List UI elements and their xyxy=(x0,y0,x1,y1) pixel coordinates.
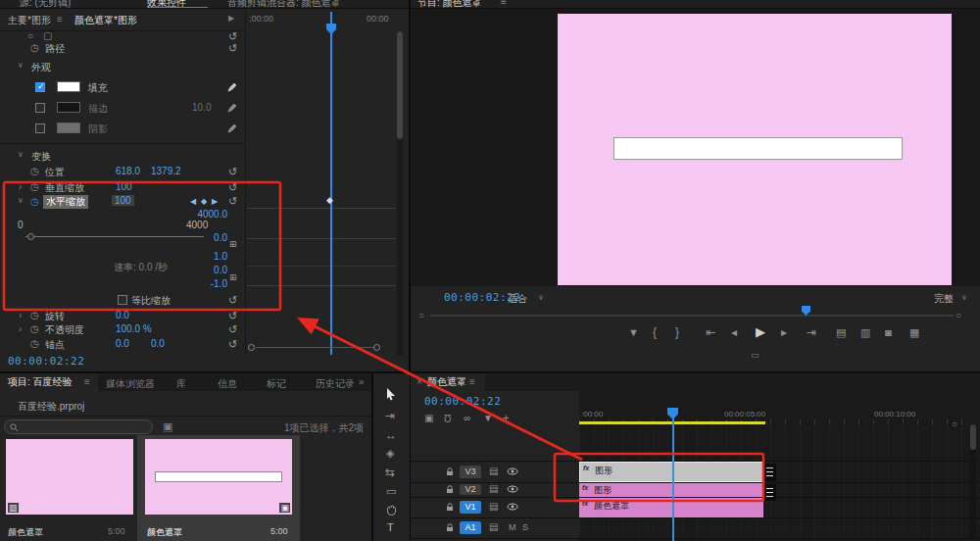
hand-tool[interactable] xyxy=(385,504,398,516)
timeline-timecode[interactable]: 00:00:02:22 xyxy=(424,395,501,408)
graph-min-value[interactable]: 0.0 xyxy=(188,232,227,243)
reset-icon[interactable]: ↺ xyxy=(228,310,237,322)
ec-zoom-handle-right[interactable] xyxy=(373,344,380,351)
go-to-out-button[interactable]: ⇥ xyxy=(807,325,816,339)
track-lock-icon[interactable] xyxy=(446,485,454,494)
extract-button[interactable]: ▥ xyxy=(860,326,870,339)
stroke-width-value[interactable]: 10.0 xyxy=(192,102,211,113)
eyedropper-icon[interactable] xyxy=(227,102,238,113)
ec-playhead-handle[interactable] xyxy=(326,24,336,34)
prop-shadow-label[interactable]: 阴影 xyxy=(88,123,108,136)
collapse-timeline-icon[interactable]: ▶ xyxy=(228,14,234,23)
source-patch-icon[interactable]: ▤ xyxy=(489,501,498,512)
chevron-right-icon[interactable]: › xyxy=(19,310,22,320)
project-item-name[interactable]: 颜色遮罩 xyxy=(8,526,43,539)
stopwatch-icon[interactable]: ◷ xyxy=(30,338,39,349)
hscale-value[interactable]: 100 xyxy=(112,195,134,206)
reset-icon[interactable]: ↺ xyxy=(228,195,237,208)
button-editor-button[interactable]: ▭ xyxy=(751,350,760,360)
add-keyframe-icon[interactable]: ◆ xyxy=(201,197,207,206)
master-clip-label[interactable]: 主要*图形 xyxy=(8,14,51,27)
stopwatch-icon[interactable]: ◷ xyxy=(30,181,39,192)
hscale-slider-handle[interactable] xyxy=(27,233,34,240)
reset-icon[interactable]: ↺ xyxy=(228,338,237,351)
prev-keyframe-icon[interactable]: ◀ xyxy=(190,197,196,206)
prop-anchor-label[interactable]: 锚点 xyxy=(45,338,65,352)
tab-sequence[interactable]: × 颜色遮罩 ≡ xyxy=(411,373,485,391)
add-marker-button[interactable]: ▼ xyxy=(628,326,639,338)
chevron-down-icon[interactable]: ∨ xyxy=(18,61,24,70)
timeline-zoom-handle[interactable]: ○ xyxy=(952,418,957,429)
tab-history[interactable]: 历史记录 xyxy=(316,377,355,391)
chevron-down-icon[interactable]: ∨ xyxy=(961,293,967,302)
linked-selection-icon[interactable]: ∞ xyxy=(464,413,470,423)
mark-in-button[interactable]: { xyxy=(653,325,657,339)
tab-source[interactable]: 源: (无剪辑) xyxy=(20,0,71,9)
prop-position-label[interactable]: 位置 xyxy=(45,166,65,179)
graph-expand-icon[interactable]: ⊞ xyxy=(229,239,237,249)
chevron-down-icon[interactable]: ∨ xyxy=(538,293,544,302)
track-select-tool[interactable]: ⇥ xyxy=(385,409,395,422)
clip-v2-graphic[interactable]: fx 图形 xyxy=(579,483,763,497)
track-lock-icon[interactable] xyxy=(446,467,454,476)
timeline-settings-icon[interactable]: + xyxy=(503,412,509,423)
zoom-level-select[interactable]: 适合 xyxy=(508,292,527,306)
tab-project[interactable]: 项目: 百度经验 ≡ xyxy=(0,373,98,391)
graph-max-value[interactable]: 4000.0 xyxy=(188,209,227,220)
ellipse-shape-icon[interactable]: ○ xyxy=(27,30,33,41)
project-item-name[interactable]: 颜色遮罩 xyxy=(147,526,182,539)
clip-trim-handle[interactable] xyxy=(763,484,776,501)
chevron-right-icon[interactable]: › xyxy=(19,181,22,192)
rect-shape-icon[interactable]: ▢ xyxy=(43,30,52,41)
comparison-view-button[interactable]: ▦ xyxy=(909,326,919,339)
mark-out-button[interactable]: } xyxy=(675,325,679,339)
razor-tool[interactable]: ◈ xyxy=(386,447,394,460)
uniform-scale-label[interactable]: 等比缩放 xyxy=(131,294,171,308)
type-tool[interactable]: T xyxy=(387,521,394,533)
clip-v1-color-matte[interactable]: fx 颜色遮罩 xyxy=(579,498,763,517)
position-y-value[interactable]: 1379.2 xyxy=(151,166,181,176)
ec-zoom-track[interactable] xyxy=(256,347,373,348)
prop-hscale-label[interactable]: 水平缩放 xyxy=(43,195,88,209)
source-patch-icon[interactable]: ▤ xyxy=(489,483,498,494)
ec-scrollbar-handle[interactable] xyxy=(397,31,403,139)
tab-media-browser[interactable]: 媒体浏览器 xyxy=(106,377,155,391)
mute-button[interactable]: M xyxy=(509,522,516,532)
stopwatch-icon[interactable]: ◷ xyxy=(30,166,39,176)
solo-button[interactable]: S xyxy=(522,522,528,532)
prop-stroke-label[interactable]: 描边 xyxy=(88,102,108,116)
snap-magnet-icon[interactable]: Ω xyxy=(444,413,451,423)
anchor-y-value[interactable]: 0.0 xyxy=(151,338,165,349)
track-v2-label[interactable]: V2 xyxy=(460,484,481,495)
graph-expand-icon[interactable]: ⊞ xyxy=(229,272,237,282)
prop-opacity-label[interactable]: 不透明度 xyxy=(45,323,84,337)
selection-tool[interactable] xyxy=(385,387,397,401)
source-patch-icon[interactable]: ▤ xyxy=(489,466,498,476)
track-output-eye-icon[interactable] xyxy=(507,503,518,511)
track-v3-label[interactable]: V3 xyxy=(460,466,481,478)
playback-resolution-select[interactable]: 完整 xyxy=(934,292,954,306)
fill-color-swatch[interactable] xyxy=(57,81,80,92)
hscale-slider-track[interactable] xyxy=(25,236,204,237)
tab-program-monitor[interactable]: 节目: 颜色遮罩 xyxy=(417,0,482,9)
step-back-button[interactable]: ◂ xyxy=(731,325,737,339)
eyedropper-icon[interactable] xyxy=(227,81,238,92)
project-item-thumbnail-selected[interactable]: ▣ xyxy=(145,439,292,515)
close-icon[interactable]: × xyxy=(416,373,422,391)
timeline-scrollbar-handle[interactable] xyxy=(970,424,976,450)
group-appearance-label[interactable]: 外观 xyxy=(31,61,51,74)
tab-overflow-icon[interactable]: » xyxy=(359,376,365,387)
tab-markers[interactable]: 标记 xyxy=(267,377,286,391)
reset-icon[interactable]: ↺ xyxy=(228,42,237,55)
stopwatch-icon[interactable]: ◷ xyxy=(30,310,39,320)
clip-name-label[interactable]: 颜色遮罩*图形 xyxy=(74,14,137,27)
track-a1-label[interactable]: A1 xyxy=(460,521,481,534)
project-file-name[interactable]: 百度经验.prproj xyxy=(18,400,84,414)
uniform-scale-checkbox[interactable] xyxy=(118,295,127,305)
project-item-thumbnail[interactable]: ▥ xyxy=(6,439,133,515)
fill-checkbox[interactable]: ✓ xyxy=(35,82,45,92)
search-input[interactable] xyxy=(21,421,148,432)
panel-menu-icon[interactable]: ≡ xyxy=(84,373,90,391)
go-to-in-button[interactable]: ⇤ xyxy=(706,325,715,339)
track-output-eye-icon[interactable] xyxy=(507,485,518,493)
